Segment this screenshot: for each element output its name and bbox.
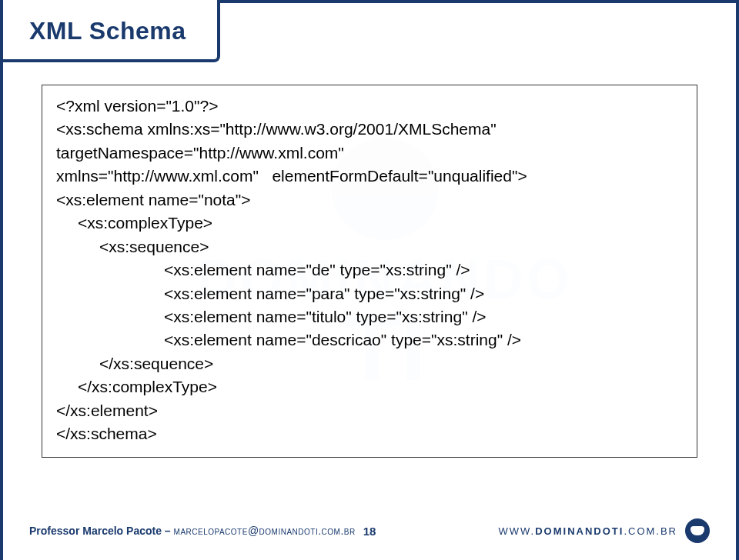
footer-author: Professor Marcelo Pacote – marcelopacote… xyxy=(29,525,356,537)
page-number: 18 xyxy=(363,525,376,538)
footer-url: WWW.DOMINANDOTI.COM.BR xyxy=(498,525,677,537)
code-line: <?xml version="1.0"?> xyxy=(56,95,683,118)
footer-logo-icon xyxy=(685,518,710,543)
code-line: <xs:sequence> xyxy=(56,235,683,258)
left-border xyxy=(0,0,3,560)
code-line: <xs:element name="para" type="xs:string"… xyxy=(56,282,683,305)
code-line: </xs:element> xyxy=(56,399,683,422)
logo-face-icon xyxy=(691,526,704,535)
url-suffix: .COM.BR xyxy=(624,525,677,537)
right-border xyxy=(736,0,739,560)
author-name: Marcelo Pacote xyxy=(82,525,162,537)
code-line: <xs:schema xmlns:xs="http://www.w3.org/2… xyxy=(56,118,683,141)
code-line: <xs:element name="titulo" type="xs:strin… xyxy=(56,305,683,328)
url-prefix: WWW. xyxy=(498,525,535,537)
code-line: <xs:element name="de" type="xs:string" /… xyxy=(56,258,683,282)
code-line: </xs:sequence> xyxy=(56,352,683,375)
author-label: Professor xyxy=(29,525,79,537)
footer-right: WWW.DOMINANDOTI.COM.BR xyxy=(498,518,710,543)
code-line: targetNamespace="http://www.xml.com" xyxy=(56,142,683,165)
code-line: </xs:schema> xyxy=(56,422,683,445)
code-block: <?xml version="1.0"?> <xs:schema xmlns:x… xyxy=(42,85,697,458)
code-line: <xs:element name="descricao" type="xs:st… xyxy=(56,328,683,352)
separator: – xyxy=(165,525,174,537)
slide-title-box: XML Schema xyxy=(0,0,220,62)
footer: Professor Marcelo Pacote – marcelopacote… xyxy=(29,518,710,543)
code-line: <xs:element name="nota"> xyxy=(56,188,683,212)
slide-title: XML Schema xyxy=(29,17,186,45)
author-email: marcelopacote@dominandoti.com.br xyxy=(174,525,356,537)
code-line: <xs:complexType> xyxy=(56,212,683,235)
url-main: DOMINANDOTI xyxy=(535,525,624,537)
code-line: xmlns="http://www.xml.com" elementFormDe… xyxy=(56,165,683,188)
code-line: </xs:complexType> xyxy=(56,375,683,398)
